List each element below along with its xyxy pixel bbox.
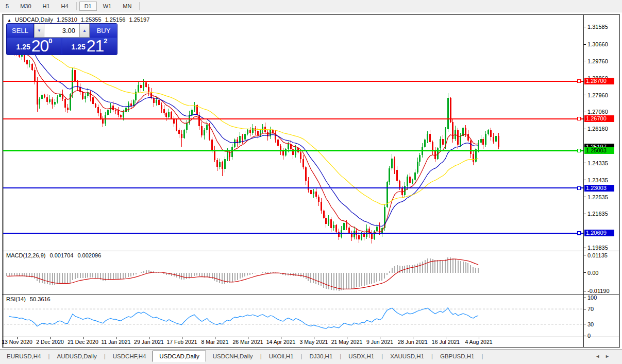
sell-price-pipette: 0 xyxy=(48,33,52,49)
ohlc-low: 1.25156 xyxy=(105,16,126,23)
macd-value-main: 0.001704 xyxy=(49,252,73,258)
rsi-name: RSI(14) xyxy=(6,296,26,302)
chart-title: ▲ USDCAD,Daily 1.25310 1.25355 1.25156 1… xyxy=(7,16,152,23)
ohlc-high: 1.25355 xyxy=(81,16,102,23)
macd-value-signal: 0.002096 xyxy=(77,252,101,258)
sell-button[interactable]: SELL xyxy=(7,24,34,38)
macd-indicator-label: MACD(12,26,9) 0.001704 0.002096 xyxy=(6,252,104,258)
ohlc-close: 1.25197 xyxy=(129,16,150,23)
ohlc-open: 1.25310 xyxy=(57,16,77,23)
rsi-indicator-label: RSI(14) 50.3616 xyxy=(6,296,53,302)
sell-price-main: 20 xyxy=(31,38,49,54)
chart-symbol-label: USDCAD,Daily xyxy=(15,16,53,23)
rsi-value: 50.3616 xyxy=(30,296,51,302)
one-click-trading-panel: SELL ▼ 3.00 ▲ BUY 1.25 20 0 1.25 21 2 xyxy=(6,23,117,55)
mt4-window: 5 M30 H1 H4 D1 W1 MN ▲ USDCAD,Daily 1.25… xyxy=(0,0,622,364)
collapse-chart-icon[interactable]: ▲ xyxy=(7,18,11,23)
buy-price-display[interactable]: 1.25 21 2 xyxy=(62,38,116,54)
buy-price-prefix: 1.25 xyxy=(71,40,85,54)
buy-price-pipette: 2 xyxy=(104,33,107,49)
volume-increase-button[interactable]: ▲ xyxy=(79,24,90,38)
macd-name: MACD(12,26,9) xyxy=(6,252,45,258)
sell-price-display[interactable]: 1.25 20 0 xyxy=(7,38,61,54)
sell-price-prefix: 1.25 xyxy=(16,40,30,54)
volume-decrease-button[interactable]: ▼ xyxy=(34,24,44,38)
buy-price-main: 21 xyxy=(87,38,104,54)
